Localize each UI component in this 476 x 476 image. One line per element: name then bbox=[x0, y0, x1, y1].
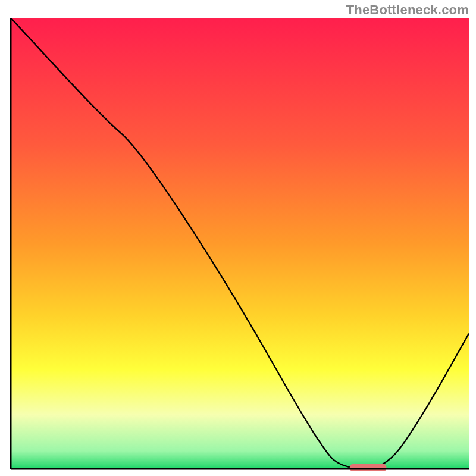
attribution-label: TheBottleneck.com bbox=[346, 2, 469, 18]
chart-container: TheBottleneck.com bbox=[0, 0, 476, 476]
optimal-range-marker bbox=[350, 464, 387, 471]
chart-svg bbox=[0, 0, 476, 476]
gradient-background bbox=[11, 18, 469, 469]
